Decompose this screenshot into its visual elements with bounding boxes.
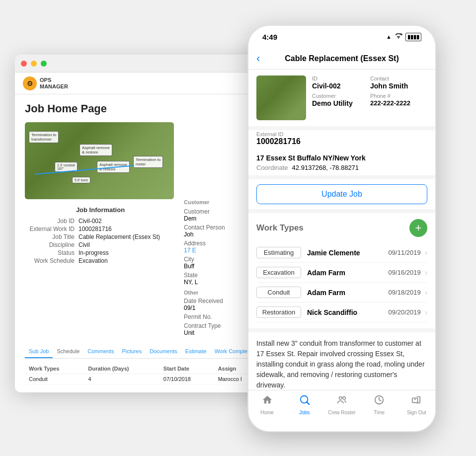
- cell-type: Conduit: [25, 374, 84, 384]
- address-section: 17 Essex St Buffalo NY/New York Coordina…: [248, 150, 435, 175]
- map-label-6: 5.9' bore: [72, 177, 90, 183]
- tab-home-label: Home: [260, 410, 274, 415]
- coord-label: Coordinate: [256, 164, 288, 171]
- customer-phone-row: Customer Demo Utility Phone # 222-222-22…: [312, 93, 427, 107]
- tab-pictures[interactable]: Pictures: [118, 345, 146, 358]
- customer-value: Demo Utility: [312, 99, 369, 107]
- job-id-label: Job ID: [25, 218, 75, 225]
- map-label-1: Termination totransformer: [29, 131, 59, 143]
- discipline-value: Civil: [79, 241, 176, 248]
- work-type-row-0[interactable]: Estimating Jamie Clemente 09/11/2019 ›: [256, 243, 427, 263]
- tab-time[interactable]: Time: [361, 394, 398, 415]
- home-icon: [262, 394, 273, 408]
- contact-value: John Smith: [370, 82, 427, 90]
- update-job-button[interactable]: Update Job: [256, 184, 427, 204]
- discipline-label: Discipline: [25, 241, 75, 248]
- state-value: NY, L: [184, 279, 198, 286]
- job-map: Termination totransformer Asphalt remove…: [25, 122, 174, 199]
- external-work-id-value: 1000281716: [79, 226, 176, 232]
- tab-documents[interactable]: Documents: [146, 345, 181, 358]
- work-types-section: Work Types + Estimating Jamie Clemente 0…: [248, 213, 435, 328]
- job-thumbnail: [256, 76, 306, 120]
- date-received-value: 09/1: [184, 304, 195, 311]
- contact-group: Contact John Smith: [370, 76, 427, 90]
- external-id-label: External ID: [256, 131, 427, 137]
- maximize-dot[interactable]: [41, 61, 47, 67]
- job-id-value: Civil-002: [79, 218, 176, 225]
- work-schedule-value: Excavation: [79, 257, 176, 264]
- external-work-id-label: External Work ID: [25, 226, 75, 232]
- tab-sign-out-label: Sign Out: [407, 410, 426, 415]
- svg-point-11: [343, 397, 346, 400]
- status-bar: 4:49 ▲ ▮▮▮▮: [248, 26, 435, 48]
- job-info-section: Job Information Job ID Civil-002 Externa…: [25, 206, 176, 264]
- job-title-label: Job Title: [25, 233, 75, 240]
- svg-point-14: [414, 399, 416, 400]
- back-button[interactable]: ‹: [256, 52, 260, 65]
- work-type-date-1: 09/16/2019: [389, 269, 421, 276]
- work-type-badge-0: Estimating: [256, 247, 301, 258]
- crew-roster-icon: [336, 394, 347, 408]
- status-time: 4:49: [262, 33, 277, 41]
- work-type-row-1[interactable]: Excavation Adam Farm 09/16/2019 ›: [256, 263, 427, 283]
- tab-estimate[interactable]: Estimate: [181, 345, 211, 358]
- col-duration: Duration (Days): [84, 364, 159, 374]
- tab-jobs[interactable]: Jobs: [286, 394, 323, 415]
- address-value: 17 E: [184, 247, 196, 254]
- tab-sub-job[interactable]: Sub Job: [25, 345, 53, 358]
- add-work-type-button[interactable]: +: [409, 219, 427, 237]
- tab-comments[interactable]: Comments: [83, 345, 118, 358]
- work-type-row-3[interactable]: Restoration Nick Scandiffio 09/20/2019 ›: [256, 303, 427, 322]
- minimize-dot[interactable]: [31, 61, 37, 67]
- svg-point-10: [339, 397, 342, 400]
- sign-out-icon: [411, 394, 422, 408]
- col-start-date: Start Date: [159, 364, 214, 374]
- job-details-right: ID Civil-002 Contact John Smith Customer…: [312, 76, 427, 120]
- tab-crew-roster[interactable]: Crew Roster: [323, 394, 360, 415]
- chevron-right-icon-3: ›: [425, 308, 427, 317]
- app-logo: ⚙ OPS MANAGER: [23, 76, 68, 90]
- phone-group: Phone # 222-222-2222: [370, 93, 427, 107]
- work-table: Work Types Duration (Days) Start Date As…: [25, 364, 263, 384]
- app-header: ⚙ OPS MANAGER: [15, 73, 273, 94]
- tab-schedule[interactable]: Schedule: [53, 345, 83, 358]
- work-type-list: Estimating Jamie Clemente 09/11/2019 › E…: [256, 243, 427, 322]
- jobs-icon: [299, 394, 310, 408]
- battery-icon: ▮▮▮▮: [405, 33, 421, 41]
- nav-title: Cable Replacement (Essex St): [285, 54, 398, 63]
- work-type-person-1: Adam Farm: [307, 269, 389, 277]
- address-text: 17 Essex St Buffalo NY/New York: [256, 154, 427, 162]
- work-type-date-0: 09/11/2019: [389, 249, 421, 256]
- chevron-right-icon-0: ›: [425, 248, 427, 257]
- customer-label: Customer: [312, 93, 369, 99]
- map-label-5: Termination tometer: [133, 156, 163, 168]
- status-label: Status: [25, 249, 75, 256]
- logo-text: OPS MANAGER: [40, 77, 68, 89]
- work-schedule-label: Work Schedule: [25, 257, 75, 264]
- browser-window: ⚙ OPS MANAGER Job Home Page Termination …: [15, 55, 273, 392]
- work-type-person-0: Jamie Clemente: [307, 249, 389, 257]
- work-type-date-3: 09/20/2019: [389, 308, 421, 316]
- work-type-badge-2: Conduit: [256, 287, 301, 298]
- work-type-row-2[interactable]: Conduit Adam Farm 09/18/2019 ›: [256, 283, 427, 303]
- description-section: Install new 3" conduit from transformer …: [248, 332, 435, 392]
- close-dot[interactable]: [21, 61, 27, 67]
- id-group: ID Civil-002: [312, 76, 369, 90]
- svg-line-9: [307, 402, 309, 404]
- work-type-badge-3: Restoration: [256, 306, 301, 318]
- tab-sign-out[interactable]: Sign Out: [398, 394, 435, 415]
- map-label-2: Asphalt remove& restore: [79, 144, 112, 156]
- time-icon: [374, 394, 385, 408]
- id-contact-row: ID Civil-002 Contact John Smith: [312, 76, 427, 90]
- customer-value: Dem: [184, 215, 196, 222]
- tab-home[interactable]: Home: [248, 394, 286, 415]
- bottom-tabbar: Home Jobs Crew Roster Time: [248, 390, 435, 431]
- chevron-right-icon-2: ›: [425, 288, 427, 297]
- tab-crew-label: Crew Roster: [328, 410, 356, 415]
- job-title-value: Cable Replacement (Essex St): [79, 233, 176, 240]
- info-grid: Job ID Civil-002 External Work ID 100028…: [25, 218, 176, 264]
- update-btn-row: Update Job: [248, 179, 435, 209]
- job-card-top: ID Civil-002 Contact John Smith Customer…: [248, 70, 435, 126]
- status-value: In-progress: [79, 249, 176, 256]
- phone-navbar: ‹ Cable Replacement (Essex St): [248, 48, 435, 70]
